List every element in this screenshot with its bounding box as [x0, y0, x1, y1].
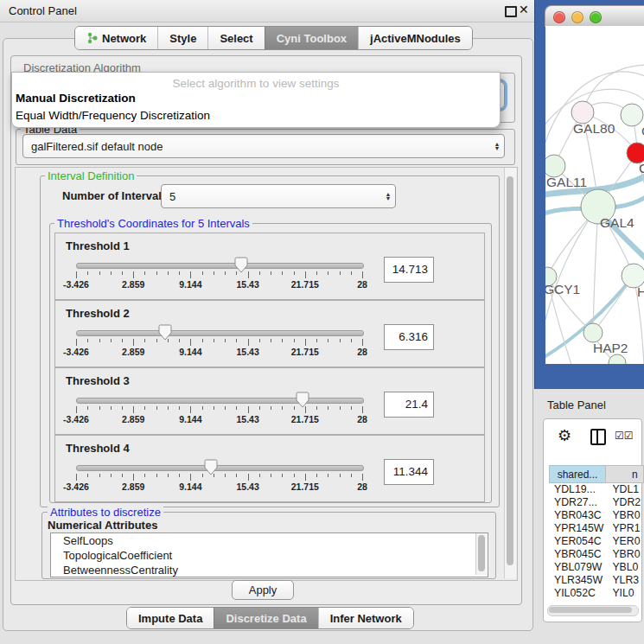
- tab-label: Infer Network: [330, 612, 402, 625]
- slider-tick-label: 28: [341, 279, 384, 290]
- menu-item-manual-discretization[interactable]: Manual Discretization: [16, 92, 136, 105]
- cell-shared-name: YDL19...: [549, 483, 605, 496]
- close-traffic-light-icon[interactable]: [553, 11, 565, 23]
- slider-track[interactable]: [76, 330, 364, 336]
- tab-infer-network[interactable]: Infer Network: [318, 608, 413, 628]
- checkbox-icon[interactable]: ☑☑: [615, 430, 634, 442]
- group-title-thresholds: Threshold's Coordinates for 5 Intervals: [54, 217, 252, 230]
- threshold-title: Threshold 3: [66, 374, 130, 387]
- numerical-attributes-list[interactable]: SelfLoopsTopologicalCoefficientBetweenne…: [50, 532, 488, 577]
- slider-tick-label: 9.144: [169, 481, 212, 492]
- menu-item-equal-width-frequency[interactable]: Equal Width/Frequency Discretization: [16, 109, 210, 122]
- table-row[interactable]: YER054CYER0: [549, 535, 644, 548]
- tab-label: jActiveMNodules: [370, 32, 461, 45]
- vertical-scrollbar[interactable]: [504, 168, 516, 578]
- group-title-interval-definition: Interval Definition: [45, 169, 137, 182]
- slider-tick: [328, 406, 328, 410]
- slider-thumb[interactable]: [204, 459, 218, 475]
- network-window-titlebar[interactable]: [545, 5, 644, 27]
- node-label: GAL11: [546, 175, 587, 189]
- cell-shared-name: YLR345W: [549, 574, 605, 587]
- column-header-shared[interactable]: shared...: [549, 465, 606, 483]
- slider-tick: [225, 271, 226, 275]
- cell-shared-name: YBR043C: [549, 509, 605, 522]
- slider-tick-label: 28: [341, 414, 384, 424]
- threshold-title: Threshold 4: [66, 442, 130, 455]
- threshold-value-field[interactable]: 14.713: [384, 257, 434, 283]
- gear-icon[interactable]: ⚙: [558, 426, 571, 445]
- cell-name: YBL0: [605, 561, 644, 574]
- tab-impute-data[interactable]: Impute Data: [127, 608, 214, 628]
- horizontal-scrollbar[interactable]: [547, 605, 639, 616]
- slider-tick: [316, 271, 317, 275]
- apply-button[interactable]: Apply: [232, 580, 294, 600]
- slider-track[interactable]: [76, 263, 364, 269]
- tab-discretize-data[interactable]: Discretize Data: [214, 608, 317, 628]
- attributes-scrollbar[interactable]: [475, 533, 487, 575]
- scrollbar-thumb[interactable]: [478, 535, 485, 571]
- list-item[interactable]: BetweennessCentrality: [51, 563, 488, 577]
- numerical-attributes-heading: Numerical Attributes: [48, 519, 157, 532]
- slider-track[interactable]: [76, 398, 364, 404]
- tab-jactivemnodules[interactable]: jActiveMNodules: [358, 27, 472, 49]
- tab-cyni-toolbox[interactable]: Cyni Toolbox: [265, 27, 358, 49]
- slider-thumb[interactable]: [234, 257, 248, 273]
- number-of-intervals-combobox[interactable]: 5 ▲▼: [161, 184, 396, 208]
- threshold-value-field[interactable]: 6.316: [384, 324, 434, 350]
- column-header-name[interactable]: n: [605, 465, 644, 483]
- slider-tick: [122, 406, 123, 410]
- zoom-traffic-light-icon[interactable]: [590, 11, 602, 23]
- slider-tick: [271, 339, 271, 342]
- slider-tick: [328, 339, 328, 342]
- split-columns-icon[interactable]: [590, 429, 606, 445]
- table-row[interactable]: YDR27...YDR2: [549, 496, 644, 509]
- slider-tick: [236, 339, 237, 342]
- slider-tick: [202, 271, 203, 275]
- slider-tick-label: 15.43: [226, 481, 270, 492]
- slider-tick-label: -3.426: [54, 481, 98, 492]
- cell-name: YBR0: [605, 548, 644, 561]
- node-label: GAL4: [600, 215, 634, 230]
- tab-select[interactable]: Select: [207, 27, 264, 49]
- slider-thumb[interactable]: [158, 324, 172, 341]
- scrollbar-thumb[interactable]: [549, 607, 632, 613]
- slider-tick-label: 21.715: [284, 481, 327, 492]
- panel-title: Control Panel: [9, 4, 77, 17]
- tab-network[interactable]: Network: [75, 27, 157, 49]
- table-row[interactable]: YBL079WYBL0: [549, 561, 644, 574]
- table-row[interactable]: YPR145WYPR1: [549, 522, 644, 535]
- tab-style[interactable]: Style: [157, 27, 207, 49]
- slider-tick: [144, 406, 145, 410]
- table-data-combobox[interactable]: galFiltered.sif default node ▲▼: [22, 134, 505, 158]
- threshold-value-field[interactable]: 21.4: [384, 392, 434, 418]
- list-item[interactable]: TopologicalCoefficient: [51, 548, 488, 563]
- table-row[interactable]: YBR043CYBR0: [549, 509, 644, 522]
- network-canvas[interactable]: GAL80GCGAL11GAL4GCY1HHAP2: [545, 26, 644, 364]
- slider-tick: [76, 474, 77, 481]
- list-item[interactable]: SelfLoops: [51, 533, 488, 548]
- slider-thumb[interactable]: [296, 392, 309, 408]
- network-node[interactable]: [621, 104, 643, 126]
- node-label: GCY1: [545, 282, 580, 296]
- slider-tick: [305, 474, 306, 481]
- table-row[interactable]: YLR345WYLR3: [549, 574, 644, 587]
- slider-track[interactable]: [76, 465, 364, 471]
- scrollbar-thumb[interactable]: [507, 176, 513, 565]
- threshold-value-field[interactable]: 11.344: [384, 459, 434, 485]
- table-row[interactable]: YDL19...YDL1: [549, 483, 644, 496]
- slider-tick: [99, 271, 100, 275]
- combo-stepper-icon: ▲▼: [490, 142, 504, 150]
- table-row[interactable]: YBR045CYBR0: [549, 548, 644, 561]
- slider-tick: [340, 271, 341, 275]
- slider-tick: [179, 271, 180, 275]
- slider-tick: [294, 271, 295, 275]
- table-row[interactable]: YIL052CYIL0: [549, 587, 644, 598]
- network-node[interactable]: [583, 323, 603, 342]
- slider-tick: [259, 271, 260, 275]
- close-icon[interactable]: ✕: [519, 3, 529, 16]
- minimize-traffic-light-icon[interactable]: [571, 11, 583, 23]
- float-window-icon[interactable]: [505, 6, 517, 17]
- network-node[interactable]: [609, 354, 626, 364]
- slider-tick: [259, 406, 260, 410]
- bottom-tab-bar: Impute DataDiscretize DataInfer Network: [126, 607, 414, 629]
